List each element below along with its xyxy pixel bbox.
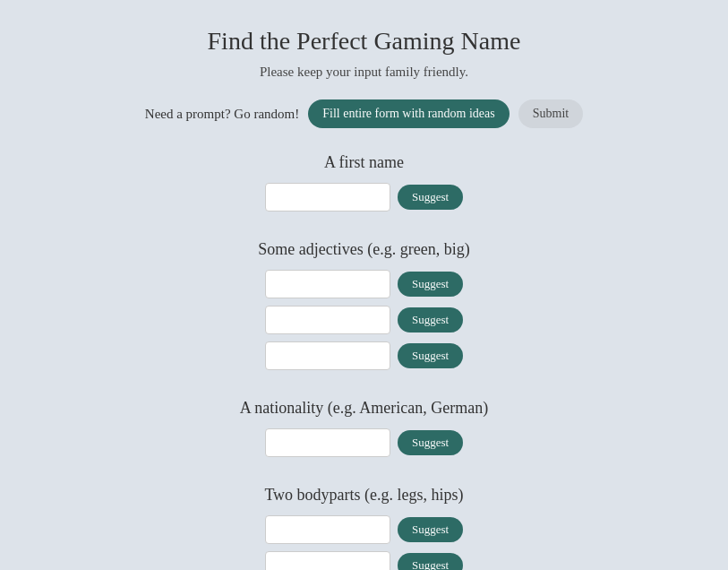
suggest-button-first-name-0[interactable]: Suggest [398,185,463,210]
random-prompt-label: Need a prompt? Go random! [145,107,299,122]
section-nationality: A nationality (e.g. American, German)Sug… [240,399,488,464]
input-row: Suggest [265,428,463,457]
page-subtitle: Please keep your input family friendly. [260,65,468,80]
input-adjectives-2[interactable] [265,341,390,370]
section-first-name: A first nameSuggest [240,153,488,219]
section-label-nationality: A nationality (e.g. American, German) [240,399,488,418]
form-container: A first nameSuggestSome adjectives (e.g.… [240,153,488,570]
input-row: Suggest [265,515,463,544]
section-label-bodyparts: Two bodyparts (e.g. legs, hips) [264,486,463,505]
suggest-button-adjectives-1[interactable]: Suggest [398,307,463,332]
suggest-button-bodyparts-1[interactable]: Suggest [398,553,463,570]
input-first-name-0[interactable] [265,183,390,212]
input-row: Suggest [265,270,463,298]
suggest-button-bodyparts-0[interactable]: Suggest [398,517,463,542]
input-row: Suggest [265,183,463,212]
section-label-adjectives: Some adjectives (e.g. green, big) [258,240,469,259]
suggest-button-adjectives-0[interactable]: Suggest [398,272,463,297]
section-label-first-name: A first name [324,153,404,172]
suggest-button-nationality-0[interactable]: Suggest [398,430,463,455]
input-adjectives-0[interactable] [265,270,390,298]
fill-random-button[interactable]: Fill entire form with random ideas [308,99,509,128]
input-bodyparts-1[interactable] [265,551,390,570]
section-adjectives: Some adjectives (e.g. green, big)Suggest… [240,240,488,377]
input-row: Suggest [265,341,463,370]
input-row: Suggest [265,306,463,334]
random-row: Need a prompt? Go random! Fill entire fo… [145,99,583,128]
submit-button[interactable]: Submit [518,99,583,128]
page-title: Find the Perfect Gaming Name [208,27,521,56]
input-row: Suggest [265,551,463,570]
section-bodyparts: Two bodyparts (e.g. legs, hips)SuggestSu… [240,486,488,570]
suggest-button-adjectives-2[interactable]: Suggest [398,343,463,368]
input-bodyparts-0[interactable] [265,515,390,544]
input-adjectives-1[interactable] [265,306,390,334]
input-nationality-0[interactable] [265,428,390,457]
